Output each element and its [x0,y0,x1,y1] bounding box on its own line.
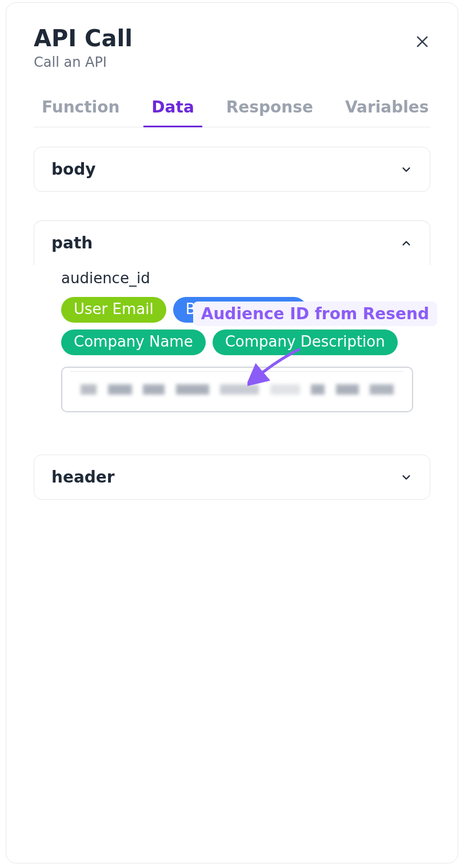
panel-subtitle: Call an API [34,54,133,70]
annotation-label: Audience ID from Resend [193,302,437,326]
section-body-header[interactable]: body [34,147,430,191]
section-header-title: header [51,468,115,487]
chip-company-name[interactable]: Company Name [61,329,206,355]
field-label-audience-id: audience_id [61,270,413,287]
chip-company-description[interactable]: Company Description [213,329,398,355]
audience-id-input[interactable] [61,367,413,412]
chevron-down-icon [400,471,413,484]
tab-data[interactable]: Data [143,98,202,127]
annotation-text: Audience ID from Resend [201,304,429,323]
chevron-down-icon [400,163,413,176]
close-icon[interactable] [414,34,430,53]
tabs: Function Data Response Variables [34,98,430,127]
section-path: path [34,220,430,265]
section-path-content: audience_id User Email Branch Output Com… [34,270,430,426]
redacted-value [81,384,394,395]
chip-user-email[interactable]: User Email [61,297,166,323]
section-body-title: body [51,160,96,179]
sections: body path audience_id User Email Branch … [34,147,430,500]
chevron-up-icon [400,237,413,250]
input-divider [70,371,404,372]
title-block: API Call Call an API [34,26,133,70]
tab-variables[interactable]: Variables [337,98,437,127]
panel-title: API Call [34,26,133,51]
tab-function[interactable]: Function [34,98,127,127]
section-header-header[interactable]: header [34,455,430,499]
section-path-title: path [51,234,93,252]
section-path-header[interactable]: path [34,221,430,265]
api-call-panel: API Call Call an API Function Data Respo… [6,2,458,863]
tab-response[interactable]: Response [218,98,321,127]
panel-header: API Call Call an API [34,26,430,70]
section-header: header [34,455,430,500]
field-audience-id: audience_id User Email Branch Output Com… [34,270,430,412]
section-body: body [34,147,430,192]
